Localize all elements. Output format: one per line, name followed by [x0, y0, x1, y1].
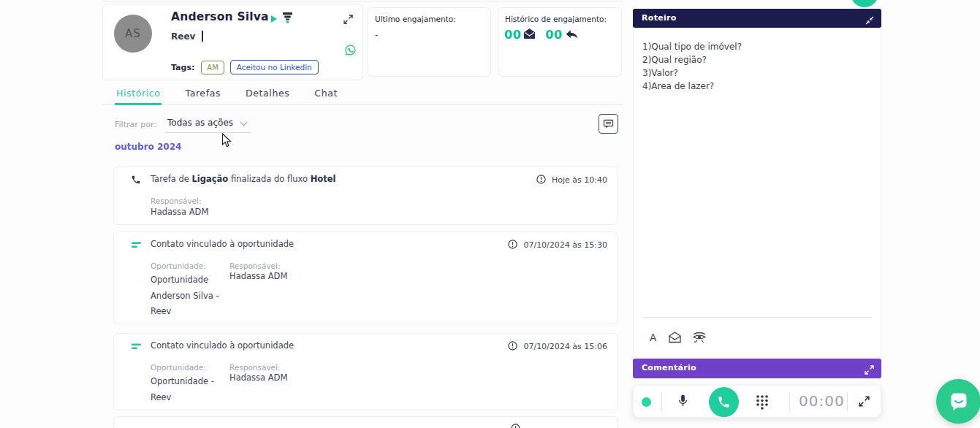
avatar: AS — [114, 15, 152, 53]
text-format-button[interactable]: A — [648, 330, 658, 345]
tab-bar: Histórico Tarefas Detalhes Chat — [102, 85, 623, 105]
phone-icon — [717, 395, 731, 409]
roteiro-header: Roteiro — [633, 9, 881, 28]
whatsapp-icon[interactable] — [344, 44, 357, 59]
timeline-timestamp: 07/10/2024 às 15:06 — [508, 340, 607, 354]
clock-icon — [511, 422, 520, 428]
replies-count: 00 — [545, 28, 562, 42]
engagement-history-card: Histórico de engajamento: 00 00 — [498, 7, 622, 77]
timeline-item-partial — [113, 416, 618, 428]
expand-contact-icon[interactable] — [343, 13, 353, 27]
timeline-timestamp: Hoje às 10:40 — [536, 173, 607, 187]
last-engagement-card: Ultimo engajamento: - — [368, 7, 491, 77]
call-button[interactable] — [709, 387, 739, 417]
opportunity-value: Oportunidade - Reev — [151, 374, 214, 405]
actions-filter-value: Todas as ações — [167, 118, 233, 128]
divider — [847, 392, 848, 411]
chat-bubble-icon — [948, 391, 970, 413]
text-caret — [202, 31, 203, 42]
last-engagement-label: Ultimo engajamento: — [375, 15, 456, 23]
last-engagement-value: - — [375, 30, 378, 40]
engagement-counts: 00 00 — [504, 28, 578, 42]
responsible-value: Hadassa ADM — [151, 207, 208, 217]
tab-detalhes[interactable]: Detalhes — [244, 85, 291, 105]
roteiro-toolbar: A — [648, 330, 707, 345]
divider — [661, 392, 662, 411]
divider — [789, 392, 790, 411]
contact-name: Anderson Silva — [171, 10, 269, 23]
dialpad-button[interactable] — [756, 394, 769, 413]
roteiro-title: Roteiro — [642, 13, 677, 23]
comentario-header: Comentário — [633, 359, 881, 378]
comment-icon — [603, 119, 614, 129]
timeline-title: Tarefa de Ligação finalizada do fluxo Ho… — [151, 174, 335, 184]
responsible-label: Responsável: — [229, 261, 281, 270]
timeline-title: Contato vinculado à oportunidade — [151, 239, 294, 249]
responsible-value: Hadassa ADM — [229, 372, 287, 383]
chat-launcher-button[interactable] — [936, 379, 980, 424]
tag-am[interactable]: AM — [201, 61, 224, 74]
call-control-bar: 00:00 — [633, 385, 881, 418]
comentario-title: Comentário — [642, 363, 696, 372]
tags-row: Tags: AM Aceitou no Linkedin — [171, 60, 319, 74]
timeline-month: outubro 2024 — [115, 142, 181, 152]
reply-arrow-icon — [566, 28, 578, 42]
online-status-peek — [851, 0, 878, 7]
opportunity-label: Oportunidade: — [151, 261, 206, 270]
expand-icon[interactable] — [865, 364, 874, 378]
call-timer: 00:00 — [799, 392, 845, 410]
responsible-label: Responsável: — [151, 196, 202, 205]
filter-label: Filtrar por: — [115, 120, 156, 129]
tab-historico[interactable]: Histórico — [115, 85, 162, 105]
tab-chat[interactable]: Chat — [313, 85, 339, 105]
filter-funnel-icon[interactable] — [283, 12, 292, 26]
timeline-item-call-task: Tarefa de Ligação finalizada do fluxo Ho… — [113, 167, 618, 225]
eye-of-horus-icon[interactable] — [692, 330, 707, 345]
mail-open-icon — [524, 28, 535, 42]
clock-icon — [536, 173, 546, 187]
timeline-timestamp: 07/10/2024 às 15:30 — [508, 238, 607, 252]
roteiro-panel: 1)Qual tipo de imóvel? 2)Qual região? 3)… — [633, 28, 881, 358]
annotation-button[interactable] — [599, 114, 618, 134]
play-icon[interactable] — [271, 15, 277, 23]
responsible-label: Responsável: — [229, 363, 281, 372]
toolbar-divider — [642, 317, 872, 318]
contact-card: AS Anderson Silva Reev Tags: — [102, 4, 363, 80]
timeline-item-opportunity: Contato vinculado à oportunidade 07/10/2… — [113, 232, 618, 324]
opportunity-value: Oportunidade Anderson Silva - Reev — [151, 272, 219, 320]
opportunity-label: Oportunidade: — [151, 363, 206, 372]
script-questions: 1)Qual tipo de imóvel? 2)Qual região? 3)… — [642, 40, 742, 93]
opportunity-icon — [131, 239, 142, 253]
engagement-history-label: Histórico de engajamento: — [505, 15, 607, 23]
top-divider — [102, 1, 623, 1]
expand-call-icon[interactable] — [859, 396, 870, 410]
contact-company: Reev — [171, 31, 195, 42]
responsible-value: Hadassa ADM — [229, 271, 287, 281]
actions-filter-select[interactable]: Todas as ações — [166, 115, 251, 133]
crm-contact-screen: AS Anderson Silva Reev Tags: — [0, 0, 980, 428]
tag-linkedin[interactable]: Aceitou no Linkedin — [230, 60, 319, 74]
opportunity-icon — [131, 340, 142, 354]
tags-label: Tags: — [171, 63, 194, 72]
collapse-icon[interactable] — [865, 14, 874, 28]
timeline-title: Contato vinculado à oportunidade — [151, 340, 294, 351]
tab-tarefas[interactable]: Tarefas — [183, 85, 222, 105]
clock-icon — [508, 238, 517, 252]
chevron-down-icon — [240, 119, 248, 126]
mouse-cursor — [221, 133, 232, 151]
status-dot — [642, 397, 651, 407]
phone-icon — [131, 174, 141, 188]
clock-icon — [508, 340, 517, 354]
email-template-icon[interactable] — [668, 330, 682, 345]
timeline-item-opportunity: Contato vinculado à oportunidade 07/10/2… — [113, 333, 618, 410]
microphone-button[interactable] — [676, 394, 690, 410]
emails-sent-count: 00 — [504, 28, 521, 42]
